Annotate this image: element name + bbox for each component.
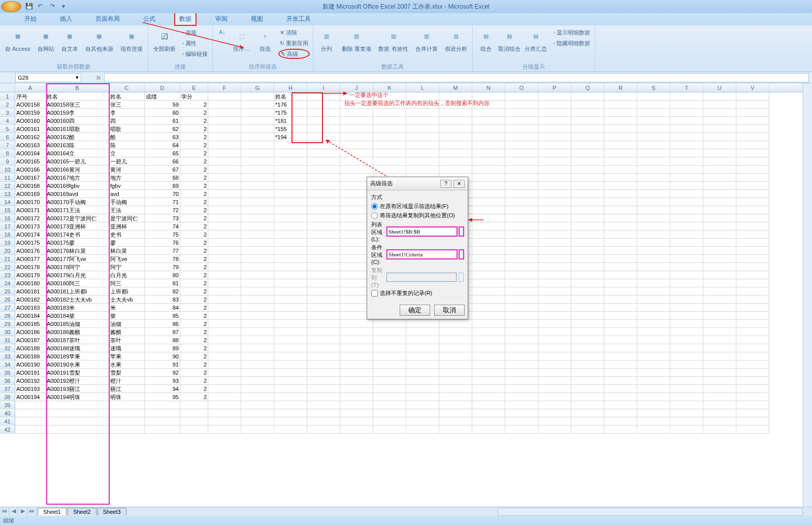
cell[interactable]	[637, 336, 670, 344]
cell[interactable]: 上班都i	[109, 287, 145, 296]
cell[interactable]	[208, 206, 241, 214]
row-header[interactable]: 6	[0, 133, 15, 141]
cell[interactable]: A000172是宁波同仁	[46, 214, 109, 222]
cell[interactable]	[670, 320, 703, 328]
cell[interactable]	[340, 109, 373, 117]
cell[interactable]	[571, 101, 604, 109]
cell[interactable]	[538, 149, 571, 157]
cell[interactable]: 2	[180, 377, 208, 385]
cell[interactable]	[505, 336, 538, 344]
cell[interactable]: 橙汁	[109, 377, 145, 385]
cell[interactable]	[670, 312, 703, 320]
cell[interactable]	[307, 109, 340, 117]
cell[interactable]: 84	[145, 304, 180, 312]
cell[interactable]: 亚洲杯	[109, 222, 145, 231]
cell[interactable]	[703, 336, 736, 344]
cell[interactable]	[241, 263, 274, 271]
cell[interactable]	[505, 263, 538, 271]
cell[interactable]	[703, 166, 736, 174]
tab-页面布局[interactable]: 页面布局	[91, 13, 124, 25]
cell[interactable]	[15, 409, 46, 417]
cell[interactable]: A000166黄河	[46, 166, 109, 174]
cell[interactable]	[439, 344, 472, 352]
cell[interactable]	[505, 425, 538, 434]
cell[interactable]	[307, 401, 340, 409]
cell[interactable]	[571, 141, 604, 149]
cell[interactable]	[538, 263, 571, 271]
cell[interactable]	[307, 174, 340, 182]
cell[interactable]: 王法	[109, 206, 145, 214]
row-header[interactable]: 2	[0, 101, 15, 109]
cell[interactable]: AO00180	[15, 279, 46, 287]
cell[interactable]: *175	[274, 109, 307, 117]
cell[interactable]	[538, 101, 571, 109]
cell[interactable]	[538, 393, 571, 401]
row-header[interactable]: 36	[0, 377, 15, 385]
cell[interactable]	[670, 125, 703, 133]
col-header-S[interactable]: S	[637, 83, 670, 92]
cell[interactable]	[604, 296, 637, 304]
cell[interactable]	[637, 328, 670, 336]
cell[interactable]: A000168fgbv	[46, 182, 109, 190]
cell[interactable]	[637, 206, 670, 214]
cell[interactable]: 2	[180, 182, 208, 190]
cell[interactable]	[703, 92, 736, 101]
cell[interactable]	[538, 312, 571, 320]
cell[interactable]: A000194明珠	[46, 393, 109, 401]
cell[interactable]: 2	[180, 166, 208, 174]
cell[interactable]	[439, 320, 472, 328]
cell[interactable]	[241, 417, 274, 425]
cell[interactable]: 2	[180, 352, 208, 360]
cell[interactable]	[538, 287, 571, 296]
cell[interactable]	[307, 352, 340, 360]
cell[interactable]	[406, 125, 439, 133]
cell[interactable]	[505, 255, 538, 263]
cell[interactable]	[505, 409, 538, 417]
cell[interactable]	[208, 117, 241, 125]
cell[interactable]	[703, 287, 736, 296]
cell[interactable]	[307, 117, 340, 125]
cell[interactable]	[241, 117, 274, 125]
cell[interactable]	[274, 304, 307, 312]
cell[interactable]	[571, 92, 604, 101]
cell[interactable]	[637, 417, 670, 425]
cell[interactable]	[670, 385, 703, 393]
cell[interactable]	[406, 409, 439, 417]
cell[interactable]	[505, 157, 538, 166]
cell[interactable]	[736, 198, 769, 206]
cell[interactable]	[505, 344, 538, 352]
cell[interactable]	[307, 263, 340, 271]
cell[interactable]	[670, 222, 703, 231]
cell[interactable]: 2	[180, 109, 208, 117]
cell[interactable]	[505, 109, 538, 117]
cell[interactable]	[46, 401, 109, 409]
row-header[interactable]: 14	[0, 198, 15, 206]
cell[interactable]	[274, 320, 307, 328]
cell[interactable]	[505, 320, 538, 328]
col-header-U[interactable]: U	[703, 83, 736, 92]
cell[interactable]	[505, 206, 538, 214]
cell[interactable]	[604, 263, 637, 271]
cell[interactable]	[736, 271, 769, 279]
cell[interactable]	[736, 190, 769, 198]
cell[interactable]	[340, 401, 373, 409]
ribbon-btn[interactable]: ▦自 Access	[3, 27, 33, 53]
cell[interactable]	[274, 214, 307, 222]
cell[interactable]: 丽江	[109, 385, 145, 393]
cell[interactable]	[670, 328, 703, 336]
cell[interactable]	[208, 271, 241, 279]
row-header[interactable]: 25	[0, 287, 15, 296]
cell[interactable]	[670, 206, 703, 214]
cell[interactable]: 2	[180, 190, 208, 198]
cell[interactable]: 2	[180, 101, 208, 109]
cell[interactable]	[637, 222, 670, 231]
cell[interactable]	[703, 198, 736, 206]
cell[interactable]	[703, 247, 736, 255]
cell[interactable]	[736, 328, 769, 336]
cell[interactable]	[505, 92, 538, 101]
cell[interactable]	[703, 101, 736, 109]
cell[interactable]	[340, 149, 373, 157]
cell[interactable]: 72	[145, 206, 180, 214]
row-header[interactable]: 18	[0, 231, 15, 239]
cell[interactable]	[538, 182, 571, 190]
